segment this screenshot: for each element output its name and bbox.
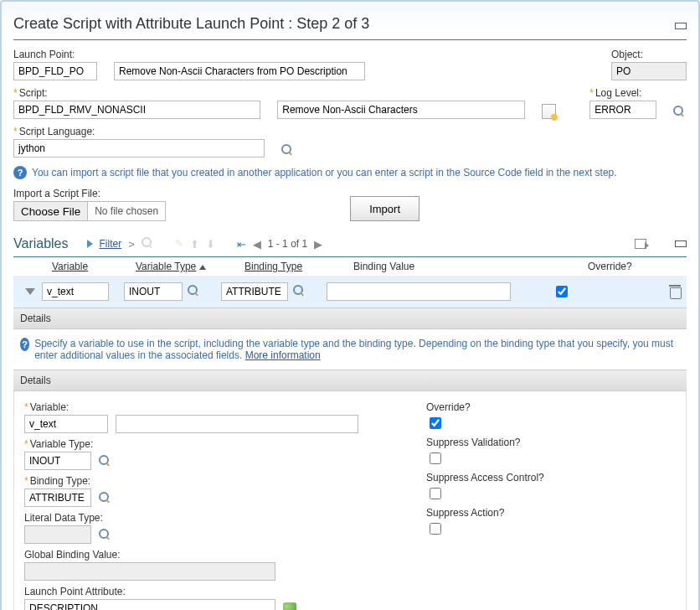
detail-variable-input[interactable] [24,415,108,433]
download-icon[interactable] [635,239,646,249]
row-variable-input[interactable] [42,282,109,301]
down-arrow-icon[interactable]: ⬇ [206,238,215,251]
no-file-text: No file chosen [88,205,165,217]
clear-icon[interactable]: ✎ [175,238,183,250]
select-value-icon[interactable] [283,602,296,610]
detail-global-binding-input [24,562,275,581]
log-level-input[interactable] [589,101,656,119]
log-level-label: Log Level: [589,87,656,99]
more-info-link[interactable]: More information [245,349,321,361]
col-binding-type[interactable]: Binding Type [244,261,353,272]
import-info-text: You can import a script file that you cr… [32,167,617,178]
filter-sep: > [128,238,135,251]
new-script-icon[interactable] [542,104,557,119]
first-page-icon[interactable]: ⇤ [237,238,246,251]
row-binding-value-input[interactable] [327,282,511,301]
next-page-icon[interactable]: ▶ [314,238,322,251]
details-header-2: Details [13,370,687,391]
pager-text: 1 - 1 of 1 [268,238,307,250]
delete-row-icon[interactable] [670,285,682,298]
details-header-1: Details [13,308,687,329]
detail-suppress-action-label: Suppress Action? [426,507,676,519]
details-info-icon: ? [20,338,29,351]
maximize-icon[interactable] [675,23,687,29]
detail-launch-point-attr-label: Launch Point Attribute: [24,586,376,597]
detail-binding-type-input[interactable] [24,489,91,507]
details-info-text: Specify a variable to use in the script,… [34,338,673,361]
detail-variable-label: Variable: [24,401,376,413]
script-desc-input[interactable] [277,101,524,119]
col-binding-value: Binding Value [353,261,588,272]
column-headers: Variable Variable Type Binding Type Bind… [13,257,687,276]
script-language-input[interactable] [13,139,265,158]
detail-binding-type-label: Binding Type: [24,475,376,487]
info-icon: ? [13,166,27,179]
detail-variable-type-lookup-icon[interactable] [99,455,112,468]
script-label: Script: [13,87,260,99]
detail-override-checkbox[interactable] [430,417,441,429]
choose-file-button[interactable]: Choose File [14,202,88,220]
col-variable[interactable]: Variable [52,261,136,272]
details-info-row: ? Specify a variable to use in the scrip… [13,329,687,370]
detail-suppress-access-checkbox[interactable] [430,488,441,499]
sort-asc-icon [199,265,206,270]
prev-page-icon[interactable]: ◀ [253,238,261,251]
variables-heading: Variables [13,236,69,251]
detail-binding-type-lookup-icon[interactable] [99,492,112,505]
launch-point-input[interactable] [13,62,97,80]
col-override: Override? [588,261,646,272]
row-binding-type-lookup-icon[interactable] [293,285,306,298]
detail-suppress-access-label: Suppress Access Control? [426,472,676,483]
import-button[interactable]: Import [350,196,419,221]
import-info-row: ? You can import a script file that you … [13,166,687,179]
detail-literal-data-type-input [24,525,91,544]
page-title: Create Script with Attribute Launch Poin… [13,15,369,33]
row-variable-type-input[interactable] [124,282,183,301]
object-input [611,62,687,80]
import-file-label: Import a Script File: [13,188,166,199]
filter-toggle-icon[interactable] [87,240,93,248]
script-language-lookup-icon[interactable] [281,144,295,158]
detail-launch-point-attr-input[interactable] [24,599,275,610]
launch-point-label: Launch Point: [13,49,97,60]
row-variable-type-lookup-icon[interactable] [188,285,201,298]
object-label: Object: [611,49,687,60]
details-body: Variable: Variable Type: Binding Type: L… [13,391,687,610]
detail-global-binding-label: Global Binding Value: [24,549,376,561]
script-language-label: Script Language: [13,126,265,137]
script-input[interactable] [13,101,260,119]
launch-point-desc-input[interactable] [114,62,365,80]
detail-suppress-action-checkbox[interactable] [430,523,441,535]
variables-toolbar: Variables Filter > ✎ ⬆ ⬇ ⇤ ◀ 1 - 1 of 1 … [13,236,687,257]
detail-variable-extra-input[interactable] [116,415,358,433]
table-maximize-icon[interactable] [675,240,687,247]
detail-variable-type-label: Variable Type: [24,438,376,450]
row-expand-icon[interactable] [25,288,35,295]
detail-variable-type-input[interactable] [24,452,91,470]
table-row [13,276,687,308]
log-level-lookup-icon[interactable] [673,106,687,119]
row-binding-type-input[interactable] [221,282,288,301]
filter-link[interactable]: Filter [100,238,122,250]
detail-suppress-validation-checkbox[interactable] [430,452,441,464]
dialog-window: Create Script with Attribute Launch Poin… [0,0,700,610]
row-override-checkbox[interactable] [556,286,568,297]
up-arrow-icon[interactable]: ⬆ [190,238,199,251]
detail-literal-data-type-label: Literal Data Type: [24,512,376,524]
detail-literal-data-type-lookup-icon[interactable] [99,529,112,542]
detail-suppress-validation-label: Suppress Validation? [426,437,676,448]
search-icon[interactable] [142,237,155,251]
file-chooser[interactable]: Choose File No file chosen [13,201,166,221]
col-variable-type[interactable]: Variable Type [136,261,244,272]
detail-override-label: Override? [426,401,676,413]
